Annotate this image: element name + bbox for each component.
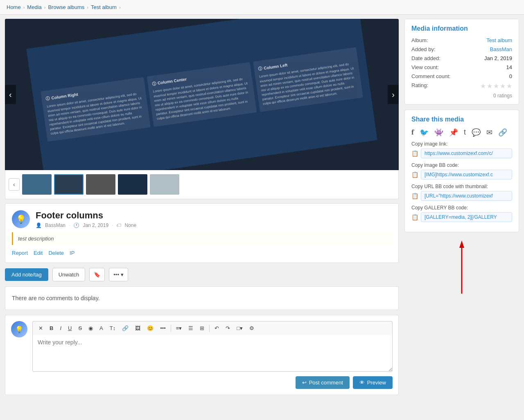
toolbar-font-btn[interactable]: A xyxy=(97,324,106,332)
next-image-button[interactable]: › xyxy=(388,85,399,104)
comments-section: There are no comments to display. xyxy=(5,286,399,310)
breadcrumb: Home › Media › Browse albums › Test albu… xyxy=(0,0,524,15)
toolbar-italic-btn[interactable]: I xyxy=(57,324,64,332)
column-right-block: Column Right Lorem ipsum dolor sit amet,… xyxy=(41,77,151,141)
copy-bb-code-value[interactable]: [IMG]https://www.customizexf.c xyxy=(421,170,512,180)
toolbar-font-size-btn[interactable]: T↕ xyxy=(107,324,118,332)
edit-link[interactable]: Edit xyxy=(34,250,43,256)
comment-count-label: Comment count: xyxy=(411,73,450,79)
star-5[interactable]: ★ xyxy=(506,82,512,90)
date-added-label: Date added: xyxy=(411,55,440,61)
tag-icon: 🏷 xyxy=(116,222,121,228)
copy-url-bb-thumb-value[interactable]: [URL="https://www.customizexf xyxy=(421,191,512,201)
post-comment-button[interactable]: ↩ Post comment xyxy=(296,376,350,389)
toolbar-redo-btn[interactable]: ↷ xyxy=(223,324,233,332)
info-row-added-by: Added by: BassMan xyxy=(411,46,512,52)
added-by-label: Added by: xyxy=(411,46,436,52)
post-meta: 👤 BassMan · 🕐 Jan 2, 2019 · 🏷 None xyxy=(36,222,136,228)
toolbar-list-btn[interactable]: ☰ xyxy=(186,324,196,332)
preview-button[interactable]: 👁 Preview xyxy=(353,376,393,389)
thumbnail-3[interactable] xyxy=(86,174,115,195)
share-tumblr[interactable]: t xyxy=(464,128,466,137)
post-description: test description xyxy=(12,232,392,245)
copy-gallery-bb-value[interactable]: [GALLERY=media, 2][/GALLERY xyxy=(421,212,512,222)
toolbar-link-btn[interactable]: 🔗 xyxy=(120,324,131,332)
toolbar-strike-btn[interactable]: S xyxy=(76,324,84,332)
toolbar-special-btn[interactable]: □▾ xyxy=(234,324,245,332)
album-value[interactable]: Test album xyxy=(486,37,512,43)
thumbnail-5[interactable] xyxy=(150,174,179,195)
toolbar-bold-btn[interactable]: B xyxy=(47,324,56,332)
share-twitter[interactable]: 🐦 xyxy=(420,128,429,137)
breadcrumb-media[interactable]: Media xyxy=(27,4,41,10)
toolbar-emoji-btn[interactable]: 😊 xyxy=(145,324,156,332)
breadcrumb-browse-albums[interactable]: Browse albums xyxy=(48,4,84,10)
copy-bb-code-icon[interactable]: 📋 xyxy=(411,171,418,178)
prev-image-button[interactable]: ‹ xyxy=(5,85,16,104)
report-link[interactable]: Report xyxy=(12,250,28,256)
toolbar-undo-btn[interactable]: ↶ xyxy=(212,324,221,332)
main-content: ‹ Column Right Lorem ipsum dolor sit ame… xyxy=(5,19,399,395)
toolbar-table-btn[interactable]: ⊞ xyxy=(197,324,207,332)
copy-bb-code-label: Copy image BB code: xyxy=(411,162,512,168)
ip-link[interactable]: IP xyxy=(70,250,75,256)
add-note-tag-button[interactable]: Add note/tag xyxy=(5,268,48,281)
share-pinterest[interactable]: 📌 xyxy=(449,128,458,137)
toolbar-underline-btn[interactable]: U xyxy=(66,324,74,332)
copy-image-link-row: 📋 https://www.customizexf.com/c/ xyxy=(411,148,512,158)
share-whatsapp[interactable]: 💬 xyxy=(472,128,481,137)
copy-bb-code-row: 📋 [IMG]https://www.customizexf.c xyxy=(411,170,512,180)
copy-url-bb-thumb-section: Copy URL BB code with thumbnail: 📋 [URL=… xyxy=(411,184,512,201)
star-1[interactable]: ★ xyxy=(480,82,486,90)
copy-gallery-bb-row: 📋 [GALLERY=media, 2][/GALLERY xyxy=(411,212,512,222)
toolbar-color-btn[interactable]: ◉ xyxy=(86,324,95,332)
toolbar-sep-2 xyxy=(209,325,210,332)
editor-toolbar: ✕ B I U S ◉ A T↕ 🔗 🖼 😊 ••• ≡▾ ☰ ⊞ xyxy=(32,321,393,335)
toolbar-align-btn[interactable]: ≡▾ xyxy=(174,324,185,332)
share-email[interactable]: ✉ xyxy=(486,128,492,137)
breadcrumb-sep-2: › xyxy=(44,5,46,10)
sidebar: Media information Album: Test album Adde… xyxy=(404,19,519,395)
toolbar-image-btn[interactable]: 🖼 xyxy=(133,324,143,332)
copy-url-bb-thumb-label: Copy URL BB code with thumbnail: xyxy=(411,184,512,189)
toolbar-sep-1 xyxy=(171,325,171,332)
copy-gallery-bb-icon[interactable]: 📋 xyxy=(411,214,418,220)
thumbnail-1[interactable] xyxy=(22,174,52,195)
star-rating[interactable]: ★ ★ ★ ★ ★ xyxy=(480,82,512,90)
copy-image-link-icon[interactable]: 📋 xyxy=(411,150,418,157)
share-reddit[interactable]: 👾 xyxy=(434,128,443,137)
share-link[interactable]: 🔗 xyxy=(498,128,507,137)
toolbar-more-btn[interactable]: ••• xyxy=(158,324,168,332)
clock-icon: 🕐 xyxy=(73,222,79,228)
added-by-value[interactable]: BassMan xyxy=(490,46,512,52)
thumbnail-4[interactable] xyxy=(118,174,147,195)
post-author[interactable]: BassMan xyxy=(45,222,66,228)
copy-image-link-value[interactable]: https://www.customizexf.com/c/ xyxy=(421,148,512,158)
thumbnail-2[interactable] xyxy=(54,174,84,195)
copy-bb-code-section: Copy image BB code: 📋 [IMG]https://www.c… xyxy=(411,162,512,180)
image-display: ‹ Column Right Lorem ipsum dolor sit ame… xyxy=(5,19,399,170)
share-facebook[interactable]: 𝐟 xyxy=(411,128,414,137)
toolbar-clear-btn[interactable]: ✕ xyxy=(36,324,45,332)
avatar: 💡 xyxy=(12,210,30,228)
breadcrumb-home[interactable]: Home xyxy=(7,4,21,10)
share-panel: Share this media 𝐟 🐦 👾 📌 t 💬 ✉ 🔗 Copy im… xyxy=(404,110,519,232)
editor-avatar: 💡 xyxy=(11,321,27,337)
copy-gallery-bb-label: Copy GALLERY BB code: xyxy=(411,205,512,211)
media-info-panel: Media information Album: Test album Adde… xyxy=(404,19,519,105)
view-count-label: View count: xyxy=(411,64,439,70)
copy-url-bb-thumb-icon[interactable]: 📋 xyxy=(411,193,418,199)
delete-link[interactable]: Delete xyxy=(48,250,64,256)
star-3[interactable]: ★ xyxy=(493,82,499,90)
reply-textarea[interactable] xyxy=(32,335,393,372)
send-icon: ↩ xyxy=(302,380,307,386)
share-title: Share this media xyxy=(411,116,512,123)
bookmark-button[interactable]: 🔖 xyxy=(89,268,105,281)
thumb-prev-button[interactable]: ‹ xyxy=(9,178,20,191)
star-4[interactable]: ★ xyxy=(500,82,506,90)
unwatch-button[interactable]: Unwatch xyxy=(52,268,86,281)
more-button[interactable]: ••• ▾ xyxy=(109,268,128,281)
breadcrumb-test-album[interactable]: Test album xyxy=(91,4,117,10)
toolbar-settings-btn[interactable]: ⚙ xyxy=(247,324,257,332)
star-2[interactable]: ★ xyxy=(487,82,492,90)
